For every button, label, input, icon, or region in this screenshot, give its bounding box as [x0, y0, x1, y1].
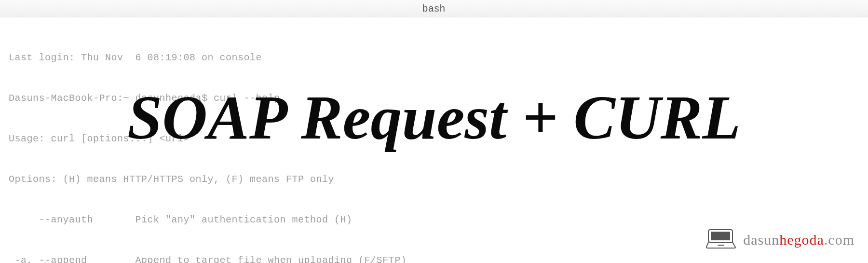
window-titlebar: bash — [0, 0, 868, 17]
watermark-prefix: dasun — [743, 232, 779, 248]
terminal-output: Last login: Thu Nov 6 08:19:08 on consol… — [0, 17, 868, 263]
terminal-line: Last login: Thu Nov 6 08:19:08 on consol… — [9, 51, 859, 65]
terminal-line: Options: (H) means HTTP/HTTPS only, (F) … — [9, 173, 859, 186]
terminal-line: Dasuns-MacBook-Pro:~ dasunhegoda$ curl -… — [9, 92, 859, 105]
site-watermark: dasunhegoda.com — [705, 227, 854, 252]
laptop-icon — [705, 227, 737, 252]
svg-rect-0 — [711, 232, 730, 240]
terminal-line: --anyauth Pick "any" authentication meth… — [9, 213, 859, 227]
watermark-suffix: .com — [824, 232, 854, 248]
terminal-line: Usage: curl [options...] <url> — [9, 132, 859, 146]
terminal-line: -a, --append Append to target file when … — [9, 254, 859, 263]
window-title: bash — [422, 3, 446, 14]
watermark-highlight: hegoda — [779, 232, 824, 248]
